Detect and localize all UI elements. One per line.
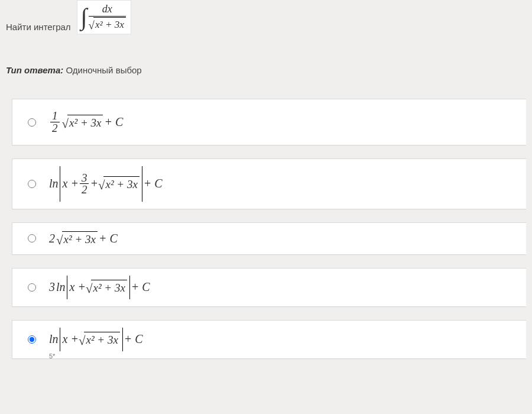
integral-sign: ∫ <box>80 5 89 29</box>
opt4-abs: x + √ x² + 3x <box>67 277 130 298</box>
question-label: Найти интеграл <box>6 22 71 34</box>
integral-expression: ∫ dx √ x² + 3x <box>77 0 131 34</box>
opt2-abs-mid: + <box>90 177 98 190</box>
answer-type-row: Тип ответа: Одиночный выбор <box>6 65 526 75</box>
opt1-tail: + C <box>104 115 123 129</box>
option-5[interactable]: ln x + √ x² + 3x + C 5* <box>12 320 526 359</box>
option-1[interactable]: 1 2 √ x² + 3x + C <box>12 99 526 145</box>
opt4-abs-lead: x + <box>70 280 86 294</box>
option-1-formula: 1 2 √ x² + 3x + C <box>49 110 123 134</box>
opt1-frac-num: 1 <box>50 110 60 122</box>
option-4-formula: 3 ln x + √ x² + 3x + C <box>49 277 150 298</box>
opt5-radicand: x² + 3x <box>84 332 119 347</box>
answer-type-label: Тип ответа: <box>6 65 63 75</box>
opt4-radicand: x² + 3x <box>91 280 126 295</box>
option-2-radio[interactable] <box>28 180 36 188</box>
opt2-abs: x + 3 2 + √ x² + 3x <box>60 170 142 198</box>
answer-type-value: Одиночный выбор <box>66 65 141 75</box>
option-4-radio[interactable] <box>28 283 36 292</box>
option-4[interactable]: 3 ln x + √ x² + 3x + C <box>12 268 526 307</box>
opt2-frac-num: 3 <box>80 172 89 184</box>
opt1-radicand: x² + 3x <box>67 115 103 130</box>
option-1-radio[interactable] <box>28 118 36 127</box>
option-2-formula: ln x + 3 2 + √ x² + 3x + C <box>49 170 163 198</box>
option-2[interactable]: ln x + 3 2 + √ x² + 3x + C <box>12 159 526 209</box>
option-5-formula: ln x + √ x² + 3x + C 5* <box>49 329 143 350</box>
opt5-abs: x + √ x² + 3x <box>60 329 123 350</box>
opt5-tail: + C <box>124 332 143 346</box>
opt4-ln: ln <box>56 280 66 294</box>
opt3-tail: + C <box>99 232 118 245</box>
opt5-ln: ln <box>49 332 59 346</box>
opt2-radicand: x² + 3x <box>103 176 139 191</box>
opt4-coeff: 3 <box>49 280 55 294</box>
options-list: 1 2 √ x² + 3x + C ln x + 3 <box>6 99 526 359</box>
opt3-coeff: 2 <box>49 232 55 245</box>
opt5-abs-lead: x + <box>63 332 79 346</box>
integral-numerator: dx <box>99 3 116 16</box>
integral-sqrt: √ x² + 3x <box>89 17 126 31</box>
opt5-marker: 5* <box>49 352 55 360</box>
option-3-formula: 2 √ x² + 3x + C <box>49 231 118 246</box>
integral-radicand: x² + 3x <box>93 17 126 31</box>
opt2-frac-den: 2 <box>80 184 89 196</box>
opt1-frac-den: 2 <box>50 122 60 134</box>
opt2-tail: + C <box>144 177 163 190</box>
opt3-radicand: x² + 3x <box>62 231 98 246</box>
option-3[interactable]: 2 √ x² + 3x + C <box>12 222 526 255</box>
question-row: Найти интеграл ∫ dx √ x² + 3x <box>6 0 526 34</box>
opt2-abs-lead: x + <box>63 177 79 190</box>
option-3-radio[interactable] <box>28 234 36 242</box>
opt2-ln: ln <box>49 177 59 190</box>
option-5-radio[interactable] <box>28 335 36 344</box>
opt4-tail: + C <box>131 280 150 294</box>
